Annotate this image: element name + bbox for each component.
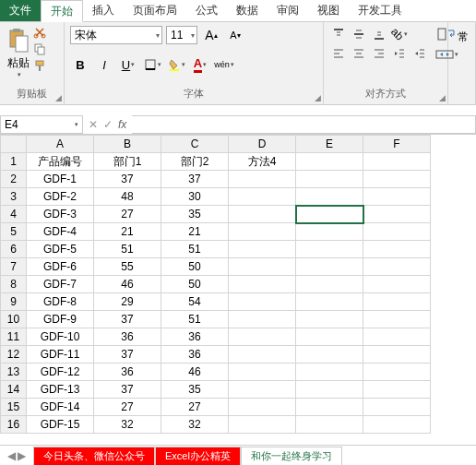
column-header[interactable]: D [229, 136, 296, 153]
cell[interactable] [363, 311, 431, 328]
cell[interactable] [229, 171, 296, 188]
cell[interactable] [363, 276, 431, 293]
merge-button[interactable]: ▾ [434, 46, 458, 63]
row-header[interactable]: 5 [1, 223, 27, 241]
cell[interactable] [296, 241, 363, 258]
cell[interactable]: 37 [94, 346, 161, 364]
row-header[interactable]: 3 [1, 188, 27, 206]
column-header[interactable]: B [94, 136, 161, 153]
align-middle-button[interactable] [350, 26, 368, 42]
cell[interactable] [363, 241, 431, 258]
cell[interactable] [229, 188, 296, 206]
sheet-tab-1[interactable]: 今日头条、微信公众号 [33, 447, 155, 465]
shrink-font-button[interactable]: A▾ [225, 26, 245, 44]
cell[interactable] [296, 153, 363, 171]
cell[interactable]: GDF-6 [27, 258, 94, 276]
cell[interactable]: 35 [161, 381, 229, 399]
cell[interactable]: 37 [94, 311, 161, 328]
cell[interactable] [363, 364, 431, 381]
cell[interactable] [229, 258, 296, 276]
cell[interactable] [296, 364, 363, 381]
column-header[interactable]: C [161, 136, 229, 153]
cell[interactable] [229, 346, 296, 364]
border-button[interactable]: ▾ [142, 55, 162, 74]
cell[interactable]: 方法4 [229, 153, 296, 171]
copy-icon[interactable] [33, 42, 46, 55]
cell[interactable]: 36 [94, 364, 161, 381]
align-top-button[interactable] [329, 26, 348, 42]
sheet-tab-3[interactable]: 和你一起终身学习 [241, 447, 342, 465]
row-header[interactable]: 4 [1, 206, 27, 223]
cell[interactable] [296, 293, 363, 311]
row-header[interactable]: 15 [1, 399, 27, 416]
row-header[interactable]: 7 [1, 258, 27, 276]
cell[interactable]: GDF-8 [27, 293, 94, 311]
cell[interactable]: GDF-14 [27, 399, 94, 416]
column-header[interactable]: A [27, 136, 94, 153]
row-header[interactable]: 14 [1, 381, 27, 399]
row-header[interactable]: 9 [1, 293, 27, 311]
spreadsheet-grid[interactable]: ABCDEF1产品编号部门1部门2方法42GDF-137373GDF-24830… [0, 135, 476, 439]
cell[interactable]: 51 [94, 241, 161, 258]
column-header[interactable]: E [296, 136, 363, 153]
cell[interactable]: GDF-4 [27, 223, 94, 241]
cell[interactable]: 46 [94, 276, 161, 293]
tab-dev[interactable]: 开发工具 [349, 0, 411, 21]
paste-button[interactable]: 粘贴 ▾ [6, 26, 31, 78]
cell[interactable]: 35 [161, 206, 229, 223]
cell[interactable] [229, 293, 296, 311]
cell[interactable]: 27 [94, 206, 161, 223]
cell[interactable]: 37 [94, 171, 161, 188]
tab-data[interactable]: 数据 [227, 0, 268, 21]
cell[interactable] [229, 206, 296, 223]
align-left-button[interactable] [329, 45, 348, 62]
wrap-text-button[interactable] [434, 26, 458, 42]
row-header[interactable]: 1 [1, 153, 27, 171]
cell[interactable]: GDF-15 [27, 416, 94, 434]
font-color-button[interactable]: A▾ [190, 55, 210, 74]
format-painter-icon[interactable] [33, 59, 46, 72]
row-header[interactable]: 2 [1, 171, 27, 188]
cell[interactable]: 36 [161, 328, 229, 346]
cell[interactable]: GDF-2 [27, 188, 94, 206]
row-header[interactable]: 6 [1, 241, 27, 258]
cell[interactable] [363, 153, 431, 171]
dialog-launcher-icon[interactable]: ◢ [439, 93, 446, 102]
formula-bar[interactable] [132, 115, 476, 134]
cell[interactable]: 27 [94, 399, 161, 416]
cell[interactable] [296, 171, 363, 188]
row-header[interactable]: 8 [1, 276, 27, 293]
cell[interactable]: GDF-12 [27, 364, 94, 381]
sheet-tab-2[interactable]: Excel办公精英 [155, 447, 241, 465]
cell[interactable] [296, 276, 363, 293]
cell[interactable] [296, 206, 363, 223]
cell[interactable]: 29 [94, 293, 161, 311]
cell[interactable] [363, 293, 431, 311]
cell[interactable] [229, 364, 296, 381]
cell[interactable]: 产品编号 [27, 153, 94, 171]
cell[interactable]: GDF-5 [27, 241, 94, 258]
dialog-launcher-icon[interactable]: ◢ [55, 93, 62, 102]
cell[interactable] [229, 328, 296, 346]
cell[interactable] [229, 223, 296, 241]
cell[interactable] [363, 171, 431, 188]
cell[interactable] [363, 416, 431, 434]
cell[interactable] [296, 188, 363, 206]
cell[interactable]: 21 [161, 223, 229, 241]
cell[interactable]: GDF-1 [27, 171, 94, 188]
cell[interactable] [296, 328, 363, 346]
font-size-select[interactable]: 11▾ [166, 26, 197, 44]
cell[interactable] [296, 223, 363, 241]
cell[interactable] [229, 381, 296, 399]
cell[interactable] [363, 223, 431, 241]
tab-insert[interactable]: 插入 [83, 0, 124, 21]
align-bottom-button[interactable] [370, 26, 388, 42]
tab-formula[interactable]: 公式 [186, 0, 227, 21]
cell[interactable]: GDF-10 [27, 328, 94, 346]
cell[interactable]: 30 [161, 188, 229, 206]
cell[interactable] [296, 311, 363, 328]
row-header[interactable]: 16 [1, 416, 27, 434]
cell[interactable]: 37 [94, 381, 161, 399]
cell[interactable] [363, 328, 431, 346]
cell[interactable] [296, 399, 363, 416]
